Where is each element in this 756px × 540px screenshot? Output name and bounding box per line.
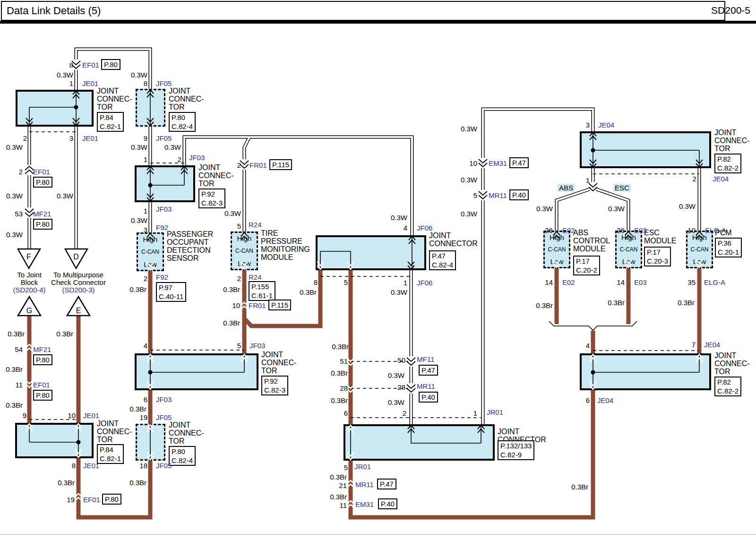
pin-number-label: 7: [692, 341, 696, 349]
wire-size-label: 0.3Br: [571, 483, 588, 491]
to-joint-block-page-link: (SD200-4): [13, 286, 45, 294]
pin-number-label: 28: [340, 384, 348, 392]
page-edge-line: [0, 534, 756, 535]
connector-box-jf03-bottom: [135, 353, 258, 390]
pin-number-label: 14: [617, 278, 625, 286]
pin-number-label: 5: [237, 342, 241, 350]
wire-size-label: 0.3Br: [129, 285, 146, 293]
page-reference-box: P.80: [33, 354, 52, 365]
connector-box-jf05-top: [136, 89, 165, 127]
pin-number-label: 8: [72, 462, 76, 470]
connector-id-label: JF05: [156, 79, 172, 87]
connector-id-label: EF01: [82, 61, 99, 69]
triangle-e: [67, 297, 90, 316]
pin-number-label: 53: [15, 210, 23, 218]
pin-number-label: 1: [69, 79, 73, 87]
pin-number-label: 2: [23, 134, 27, 142]
pin-number-label: 26: [617, 226, 625, 234]
page-reference-box: P.40: [419, 392, 438, 403]
triangle-e-letter: E: [76, 307, 81, 315]
connector-id-label: JE01: [83, 462, 99, 470]
connector-id-label: MF11: [417, 355, 434, 363]
pin-number-label: 4: [404, 224, 407, 232]
connector-id-label: JF06: [417, 224, 432, 232]
pin-number-label: 8: [144, 79, 147, 87]
pin-number-label: 1: [144, 207, 147, 215]
pin-number-label: 1: [404, 279, 407, 287]
wire-size-label: 0.3Br: [678, 299, 695, 307]
can-low-label: Low: [622, 257, 636, 266]
wire-size-label: 0.3W: [679, 202, 696, 210]
module-box-esc-module: HighC-CANLow: [615, 231, 642, 268]
page-reference-box: P.115: [268, 300, 291, 310]
connector-id-label: EF01: [33, 168, 50, 176]
page-reference-box: P.92 C.82-3: [261, 376, 288, 395]
page-reference-box: P.80 C.82-4: [169, 446, 196, 466]
connector-id-label: ELG-A: [705, 226, 726, 234]
triangle-g-letter: G: [26, 307, 32, 315]
connector-id-label: JE04: [598, 121, 614, 129]
can-low-label: Low: [693, 257, 706, 266]
wire-size-label: 0.3W: [461, 125, 477, 133]
page-reference-box: P.92 C.82-3: [198, 189, 225, 208]
wire-size-label: 0.3W: [131, 71, 147, 79]
pin-number-label: 3: [69, 134, 73, 142]
page-reference-box: P.80: [33, 177, 52, 188]
pin-number-label: 8: [314, 278, 318, 286]
triangle-d: [65, 249, 87, 268]
wire-size-label: 0.3Br: [58, 479, 75, 487]
wire-size-label: 0.3W: [608, 205, 625, 213]
connector-id-label: JE04: [597, 396, 613, 404]
connector-id-label: JR01: [487, 408, 503, 416]
wire-size-label: 0.3W: [164, 143, 181, 151]
pin-number-label: 2: [178, 155, 181, 163]
pin-number-label: 9: [144, 134, 147, 142]
pin-number-label: 10: [232, 301, 240, 309]
pin-number-label: 51: [340, 357, 348, 365]
wire-size-label: 0.3Br: [536, 301, 553, 309]
page-code: SD200-5: [711, 5, 750, 16]
wire-size-label: 0.3Br: [332, 343, 349, 351]
wire-size-label: 0.3W: [6, 231, 23, 239]
pin-number-label: 2: [144, 274, 147, 283]
connector-box-jf05-bottom: [136, 424, 165, 461]
pin-number-label: 3: [586, 121, 590, 129]
page-reference-box: P.47: [509, 157, 529, 168]
connector-id-label: F92: [156, 223, 168, 231]
pin-number-label: 2: [403, 409, 406, 417]
pin-number-label: 2: [19, 168, 23, 176]
wire-size-label: 0.3Br: [331, 369, 348, 377]
connector-box-jf06: [316, 235, 426, 270]
pin-number-label: 11: [15, 381, 23, 389]
pin-number-label: 4: [586, 342, 590, 350]
wire-size-label: 0.3W: [6, 192, 23, 200]
page-reference-box: P.47: [419, 365, 438, 376]
wire-size-label: 0.3W: [536, 205, 553, 213]
connector-id-label: E03: [634, 226, 647, 234]
pin-number-label: 26: [545, 226, 553, 234]
abs-label: ABS CONTROL MODULE: [573, 229, 610, 253]
page-reference-box: P.132/133 C.82-9: [498, 440, 534, 460]
to-joint-block: To Joint Block(SD200-4): [13, 271, 45, 294]
wire-size-label: 0.3W: [57, 71, 73, 79]
je04-top-label: JOINT CONNEC- TOR: [714, 129, 750, 153]
pin-number-label: 1: [586, 176, 590, 184]
pin-number-label: 10: [68, 411, 76, 420]
pin-number-label: 5: [473, 191, 477, 199]
connector-id-label: JE04: [713, 175, 729, 183]
pin-number-label: 2: [237, 274, 241, 283]
pin-number-label: 1: [144, 155, 147, 163]
page-reference-box: P.97 C.40-11: [156, 282, 186, 302]
pin-number-label: 18: [139, 462, 147, 470]
connector-box-je01-top: [16, 90, 94, 127]
pin-number-label: 19: [67, 496, 75, 504]
wire-size-label: 0.3W: [461, 210, 477, 218]
connector-id-label: FR01: [249, 301, 266, 309]
wire-size-label: 0.3W: [388, 398, 404, 406]
connector-id-label: JF06: [417, 279, 432, 287]
page-reference-box: P.17 C.20-3: [644, 247, 671, 266]
pin-number-label: 1: [473, 409, 477, 417]
connector-id-label: F92: [156, 273, 168, 281]
connector-id-label: EM31: [355, 500, 374, 508]
module-box-passenger-occupant-detection-sensor: HighC-CANLow: [137, 232, 164, 271]
